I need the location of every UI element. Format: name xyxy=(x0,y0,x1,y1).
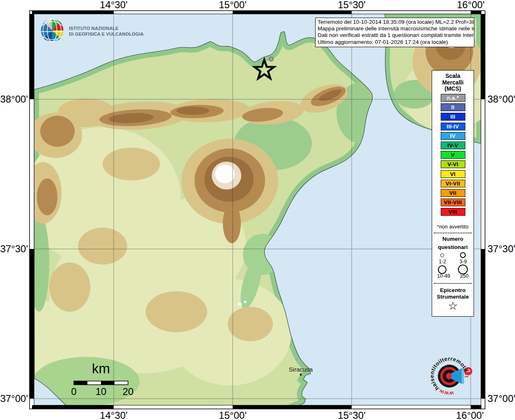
mcs-swatch: IV xyxy=(441,132,465,140)
legend-title-line: (MCS) xyxy=(432,86,474,92)
lon-label-top: 15°00' xyxy=(219,0,247,11)
legend-panel: Scala Mercalli (MCS) n.a.* II III III-IV… xyxy=(432,70,474,317)
size-label: 10-49 xyxy=(437,273,450,279)
lat-label-right: 37°00' xyxy=(488,393,515,404)
small-lake xyxy=(244,301,247,303)
lon-label-top: 15°30' xyxy=(338,0,366,11)
ingv-globe-icon xyxy=(40,18,64,42)
size-circle-1-2 xyxy=(440,253,444,257)
legend-divider xyxy=(434,233,472,233)
questionnaires-title: Numero questionari xyxy=(432,235,474,251)
mcs-scale: n.a.* II III III-IV IV IV-V V V-VI VI VI… xyxy=(432,94,474,217)
lon-label-top: 14°30' xyxy=(100,0,128,11)
ingv-name-line2: DI GEOFISICA E VULCANOLOGIA xyxy=(69,31,144,37)
lon-label-bottom: 15°30' xyxy=(338,410,366,420)
city-marker xyxy=(300,374,302,376)
size-label: ≥50 xyxy=(460,273,469,279)
mcs-swatch: III-IV xyxy=(441,123,465,130)
observation-point xyxy=(269,57,273,61)
lon-label-bottom: 15°00' xyxy=(219,410,247,420)
scalebar-tick: 10 xyxy=(96,386,107,397)
legend-title-line: Mercalli xyxy=(432,80,474,86)
small-lake xyxy=(238,303,242,306)
mcs-swatch: II xyxy=(441,103,465,111)
lat-label-left: 37°00' xyxy=(0,393,28,404)
mcs-swatch: IV-V xyxy=(441,142,465,149)
legend-title-line: Scala xyxy=(432,73,474,80)
mcs-swatch: V xyxy=(441,151,465,159)
info-line-map-type: Mappa preliminare delle intensità macros… xyxy=(318,25,472,32)
city-label-siracusa: Siracusa xyxy=(289,366,313,373)
mcs-swatch: V-VI xyxy=(441,160,465,168)
mcs-swatch: n.a.* xyxy=(441,94,465,102)
scalebar-tick: 0 xyxy=(71,386,76,397)
lat-label-right: 37°30' xyxy=(488,243,515,255)
lon-label-bottom: 14°30' xyxy=(100,410,128,420)
questionnaire-circles-small xyxy=(432,252,474,258)
mcs-swatch: VI xyxy=(441,170,465,178)
info-line-data-source: Dati non verificati estratti da 1 questi… xyxy=(318,32,472,39)
scalebar-unit: km xyxy=(92,361,110,377)
mcs-swatch: VII-VIII xyxy=(441,199,465,206)
questionnaires-title-line: questionari xyxy=(432,243,474,251)
legend-footnote: *non avvertito xyxy=(432,224,474,230)
ingv-logo: ISTITUTO NAZIONALE DI GEOFISICA E VULCAN… xyxy=(40,18,144,42)
mcs-swatch: III xyxy=(441,113,465,121)
scalebar-tick: 20 xyxy=(123,386,134,397)
lat-label-right: 38°00' xyxy=(488,94,515,105)
lon-label-bottom: 16°00' xyxy=(456,410,484,420)
map-page: ? www.haisentitoilterremoto.it xyxy=(0,0,515,420)
mcs-swatch: VII xyxy=(441,189,465,197)
earthquake-info-box: Terremoto del 10-10-2014 18:35:09 (ora l… xyxy=(315,18,474,47)
size-label: 1-2 xyxy=(439,259,446,265)
size-circle-10-49 xyxy=(438,265,446,274)
mcs-swatch: VI-VII xyxy=(441,180,465,187)
info-line-event: Terremoto del 10-10-2014 18:35:09 (ora l… xyxy=(318,19,472,25)
questionnaire-labels-small: 1-2 3-9 xyxy=(432,259,474,265)
mcs-swatch: VIII xyxy=(441,208,465,216)
lat-label-left: 37°30' xyxy=(0,243,28,255)
epicenter-title: Epicentro Strumentale xyxy=(432,287,474,300)
size-label: 3-9 xyxy=(460,259,467,265)
size-circle-3-9 xyxy=(460,252,466,258)
questionnaires-title-line: Numero xyxy=(432,235,474,243)
lat-label-left: 38°00' xyxy=(0,94,28,105)
questionnaire-labels-big: 10-49 ≥50 xyxy=(432,273,474,279)
lon-label-top: 16°00' xyxy=(457,0,485,11)
info-line-updated: Ultimo aggiornamento: 07-01-2026 17:24 (… xyxy=(318,39,472,46)
scale-bar xyxy=(74,381,128,385)
ingv-name-line1: ISTITUTO NAZIONALE xyxy=(69,25,144,31)
epicenter-title-line: Epicentro xyxy=(432,287,474,294)
legend-divider xyxy=(434,283,472,284)
legend-title: Scala Mercalli (MCS) xyxy=(432,73,474,92)
epicenter-star-icon: ☆ xyxy=(432,300,474,312)
